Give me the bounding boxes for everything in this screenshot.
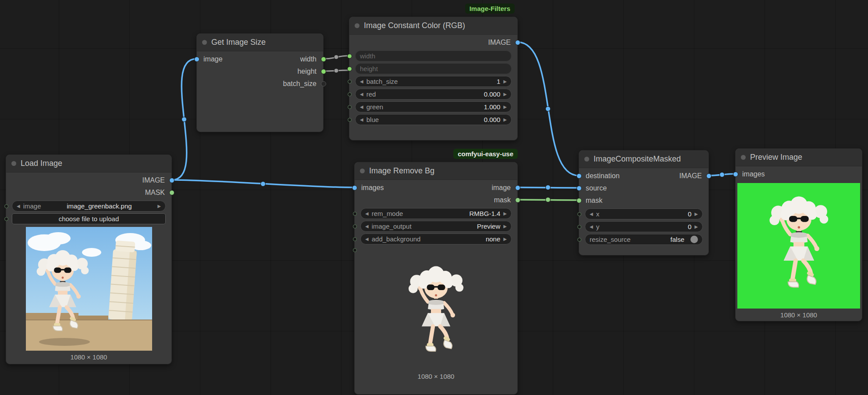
combo-prev-icon[interactable]: ◀ [365, 212, 369, 216]
link-midpoint-dot [546, 107, 551, 111]
combo-next-icon[interactable]: ▶ [503, 237, 507, 241]
widget-input-socket[interactable] [577, 225, 581, 229]
decrement-icon[interactable]: ◀ [360, 118, 363, 122]
collapse-toggle-icon[interactable] [11, 161, 16, 166]
output-socket-mask[interactable] [515, 198, 520, 203]
x-widget[interactable]: ◀ x 0 ▶ [585, 208, 703, 219]
image-combo-widget[interactable]: ◀ image image_greenback.png ▶ [12, 201, 166, 212]
toggle-knob-icon[interactable] [690, 236, 698, 243]
input-socket-width[interactable] [347, 54, 352, 58]
widget-input-socket[interactable] [348, 79, 352, 83]
image-output-widget[interactable]: ◀ image_output Preview ▶ [360, 221, 512, 232]
increment-icon[interactable]: ▶ [503, 79, 507, 84]
widget-input-socket[interactable] [348, 118, 352, 122]
height-widget-row: height [349, 63, 517, 74]
link-midpoint-dot [182, 117, 187, 122]
collapse-toggle-icon[interactable] [360, 169, 365, 173]
widget-input-socket[interactable] [353, 237, 357, 241]
decrement-icon[interactable]: ◀ [360, 92, 363, 97]
input-socket-source[interactable] [576, 186, 582, 191]
input-socket-destination[interactable] [576, 173, 582, 179]
output-label: height [297, 68, 317, 75]
input-socket-height[interactable] [347, 66, 352, 71]
increment-icon[interactable]: ▶ [503, 105, 507, 109]
blue-widget-row: ◀ blue 0.000 ▶ [349, 114, 517, 125]
collapse-toggle-icon[interactable] [584, 157, 589, 162]
node-graph-canvas[interactable]: Image-Filters comfyui-easy-use Load Imag… [0, 0, 868, 395]
link-removebg-image-to-composite [518, 187, 579, 188]
slot-row: destination IMAGE [579, 170, 708, 182]
collapse-toggle-icon[interactable] [202, 40, 207, 45]
combo-prev-icon[interactable]: ◀ [365, 237, 369, 241]
optional-input-socket[interactable] [353, 248, 357, 252]
y-widget[interactable]: ◀ y 0 ▶ [585, 221, 703, 232]
combo-next-icon[interactable]: ▶ [503, 224, 507, 229]
link-removebg-mask-to-composite [518, 200, 579, 200]
batch-size-widget[interactable]: ◀ batch_size 1 ▶ [355, 76, 512, 87]
increment-icon[interactable]: ▶ [503, 92, 507, 97]
red-widget[interactable]: ◀ red 0.000 ▶ [355, 89, 512, 100]
node-titlebar[interactable]: ImageCompositeMasked [579, 151, 708, 168]
decrement-icon[interactable]: ◀ [590, 225, 593, 229]
resize-source-toggle[interactable]: resize_source false [585, 234, 703, 245]
widget-input-socket[interactable] [353, 224, 357, 228]
node-title: Get Image Size [211, 38, 266, 47]
node-preview-image[interactable]: Preview Image images 1080 × 1080 [735, 148, 862, 321]
node-image-composite-masked[interactable]: ImageCompositeMasked destination IMAGE s… [579, 150, 709, 255]
decrement-icon[interactable]: ◀ [590, 212, 593, 216]
green-widget[interactable]: ◀ green 1.000 ▶ [355, 101, 512, 112]
increment-icon[interactable]: ▶ [503, 118, 507, 122]
collapse-toggle-icon[interactable] [741, 155, 746, 160]
widget-input-socket[interactable] [353, 212, 357, 215]
decrement-icon[interactable]: ◀ [360, 79, 363, 84]
node-get-image-size[interactable]: Get Image Size image width height batch_… [196, 33, 324, 132]
node-titlebar[interactable]: Preview Image [736, 149, 862, 166]
node-titlebar[interactable]: Image Constant Color (RGB) [349, 17, 517, 35]
input-socket-images[interactable] [352, 185, 357, 190]
collapse-toggle-icon[interactable] [355, 23, 359, 28]
output-socket-image[interactable] [515, 40, 520, 45]
input-socket-mask[interactable] [576, 198, 582, 203]
widget-input-socket[interactable] [577, 237, 581, 241]
link-loadimage-to-removebg [172, 180, 354, 187]
input-label: image [203, 55, 223, 63]
output-socket-batch-size[interactable] [321, 81, 326, 86]
node-image-constant-color[interactable]: Image Constant Color (RGB) IMAGE width h… [349, 17, 518, 140]
combo-prev-icon[interactable]: ◀ [365, 224, 369, 229]
node-titlebar[interactable]: Load Image [6, 155, 171, 172]
input-socket-image[interactable] [194, 57, 199, 62]
node-titlebar[interactable]: Get Image Size [197, 34, 323, 51]
slot-row: batch_size [197, 78, 323, 90]
slot-row: images [736, 168, 862, 180]
widget-input-socket[interactable] [577, 212, 581, 216]
input-socket-images[interactable] [733, 172, 738, 177]
blue-widget[interactable]: ◀ blue 0.000 ▶ [355, 114, 512, 125]
output-socket-image[interactable] [169, 178, 174, 183]
increment-icon[interactable]: ▶ [694, 225, 698, 229]
height-widget: height [355, 63, 512, 74]
widget-input-socket[interactable] [348, 92, 352, 96]
node-image-remove-bg[interactable]: Image Remove Bg images image mask ◀ rem_… [354, 162, 518, 395]
widget-input-socket[interactable] [4, 204, 8, 208]
output-label: IMAGE [679, 172, 702, 180]
output-socket-image[interactable] [706, 173, 711, 179]
add-background-widget[interactable]: ◀ add_background none ▶ [360, 233, 512, 244]
increment-icon[interactable]: ▶ [694, 212, 698, 216]
output-socket-mask[interactable] [169, 190, 174, 195]
choose-file-button[interactable]: choose file to upload [12, 213, 166, 224]
combo-next-icon[interactable]: ▶ [157, 204, 161, 208]
widget-input-socket[interactable] [348, 105, 352, 109]
node-load-image[interactable]: Load Image IMAGE MASK ◀ image image_gree… [6, 154, 172, 364]
output-socket-image[interactable] [515, 185, 520, 190]
output-socket-height[interactable] [321, 69, 326, 74]
node-titlebar[interactable]: Image Remove Bg [355, 162, 517, 180]
output-socket-width[interactable] [321, 57, 326, 62]
link-midpoint-dot [334, 55, 338, 59]
decrement-icon[interactable]: ◀ [360, 105, 363, 109]
combo-next-icon[interactable]: ▶ [503, 212, 507, 216]
widget-input-socket[interactable] [4, 217, 8, 221]
upload-widget-row: choose file to upload [6, 213, 171, 224]
rem-mode-widget[interactable]: ◀ rem_mode RMBG-1.4 ▶ [360, 208, 512, 219]
combo-prev-icon[interactable]: ◀ [17, 204, 20, 208]
output-label: width [300, 55, 317, 63]
